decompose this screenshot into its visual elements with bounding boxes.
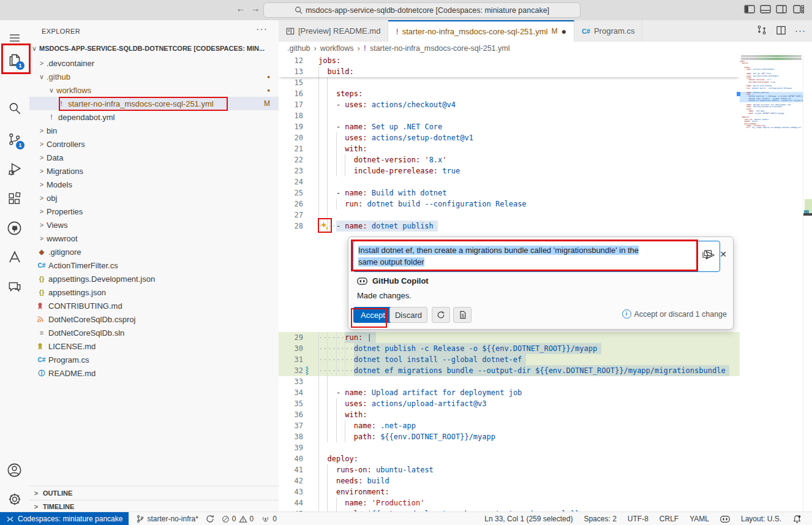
branch-status[interactable]: starter-no-infra* (132, 512, 201, 525)
timeline-section[interactable]: > TIMELINE (29, 500, 279, 512)
accept-button[interactable]: Accept (353, 307, 393, 323)
breadcrumb-item[interactable]: .github (287, 44, 310, 53)
ports-count: 0 (273, 515, 277, 523)
tree-item-Data[interactable]: >Data (29, 151, 279, 164)
code-text: - uses: actions/checkout@v4 (318, 99, 456, 110)
editor-actions: ··· (756, 25, 806, 36)
chevron-right-icon: > (37, 235, 47, 242)
tree-item-.devcontainer[interactable]: >.devcontainer (29, 56, 279, 70)
json-file-icon: {} (37, 289, 47, 296)
discard-button[interactable]: Discard (389, 307, 427, 323)
remote-label: Codespaces: miniature pancake (18, 515, 122, 523)
whitespace-dots: ········ (318, 354, 354, 365)
tree-item-.gitignore[interactable]: ◆.gitignore (29, 245, 279, 259)
copilot-input[interactable]: Install dotnet ef, then create a migrati… (353, 241, 720, 272)
explorer-icon[interactable]: 1 (0, 46, 29, 73)
tree-item-CONTRIBUTING.md[interactable]: CONTRIBUTING.md (29, 299, 279, 312)
split-editor-icon[interactable] (776, 25, 786, 36)
open-in-chat-icon[interactable] (702, 249, 712, 259)
tree-item-appsettings.Development.json[interactable]: {}appsettings.Development.json (29, 272, 279, 285)
copilot-status-icon[interactable] (715, 512, 735, 525)
dirty-dot-icon[interactable]: ● (561, 28, 566, 34)
github-icon[interactable] (0, 214, 29, 241)
tree-item-Views[interactable]: >Views (29, 218, 279, 232)
tree-item-DotNetCoreSqlDb.csproj[interactable]: DotNetCoreSqlDb.csproj (29, 312, 279, 326)
back-icon[interactable]: ← (234, 3, 247, 13)
encoding-status[interactable]: UTF-8 (622, 512, 654, 525)
tree-item-LICENSE.md[interactable]: LICENSE.md (29, 339, 279, 353)
yml-file-icon: ! (47, 113, 56, 121)
breadcrumb-item[interactable]: workflows (320, 44, 354, 53)
feedback-chat-icon[interactable] (0, 273, 29, 300)
run-debug-icon[interactable] (0, 156, 29, 183)
ports-status[interactable]: 0 (257, 512, 280, 525)
tree-item-bin[interactable]: >bin (29, 124, 279, 137)
chevron-down-icon: ∨ (47, 86, 56, 94)
line-number: 40 (279, 453, 303, 464)
code-text: runs-on: ubuntu-latest (318, 464, 434, 475)
tree-root[interactable]: ∨ MSDOCS-APP-SERVICE-SQLDB-DOTNETCORE [C… (32, 42, 276, 55)
customize-layout-icon[interactable] (792, 4, 806, 16)
cursor-position[interactable]: Ln 33, Col 1 (259 selected) (479, 512, 578, 525)
chevron-right-icon: > (37, 154, 47, 161)
overview-ruler[interactable] (803, 55, 812, 512)
sidebar-more-icon[interactable]: ··· (256, 24, 268, 35)
language-status[interactable]: YAML (684, 512, 715, 525)
toggle-panel-icon[interactable] (759, 4, 773, 16)
breadcrumb-separator: › (314, 44, 317, 53)
forward-icon[interactable]: → (249, 3, 262, 13)
rerun-button[interactable] (432, 307, 450, 323)
copilot-sparkle-icon[interactable] (320, 221, 329, 231)
source-control-icon[interactable]: 1 (0, 126, 29, 153)
chevron-right-icon: > (37, 181, 47, 188)
tree-item-DotNetCoreSqlDb.sln[interactable]: ≡DotNetCoreSqlDb.sln (29, 326, 279, 339)
open-changes-icon[interactable] (756, 25, 767, 36)
show-changes-button[interactable] (453, 307, 472, 323)
tree-item-workflows[interactable]: ∨workflows● (29, 83, 279, 97)
search-view-icon[interactable] (0, 95, 29, 122)
tree-item-wwwroot[interactable]: >wwwroot (29, 232, 279, 245)
outline-section[interactable]: > OUTLINE (29, 486, 279, 500)
toggle-secondary-sidebar-icon[interactable] (775, 4, 789, 16)
breadcrumb-file[interactable]: starter-no-infra_msdocs-core-sql-251.yml (370, 44, 510, 53)
remote-indicator[interactable]: Codespaces: miniature pancake (0, 512, 129, 525)
tree-item-appsettings.json[interactable]: {}appsettings.json (29, 285, 279, 299)
tree-item-Controllers[interactable]: >Controllers (29, 137, 279, 151)
eol-status[interactable]: CRLF (654, 512, 684, 525)
tab-readme-preview[interactable]: [Preview] README.md (279, 20, 388, 42)
tree-item-README.md[interactable]: ⓘREADME.md (29, 366, 279, 380)
problems-status[interactable]: 0 0 (218, 512, 257, 525)
code-line-21: 21 with: (279, 143, 740, 154)
account-icon[interactable] (0, 456, 29, 483)
indentation-status[interactable]: Spaces: 2 (578, 512, 622, 525)
extensions-icon[interactable] (0, 185, 29, 212)
toggle-primary-sidebar-icon[interactable] (743, 4, 757, 16)
explorer-badge: 1 (16, 61, 24, 70)
tree-item-Program.cs[interactable]: C#Program.cs (29, 353, 279, 366)
azure-icon[interactable] (0, 244, 29, 271)
code-line-41: 41 runs-on: ubuntu-latest (279, 464, 740, 475)
tree-item-.github[interactable]: ∨.github● (29, 70, 279, 83)
sync-status[interactable] (202, 512, 218, 525)
tree-item-Models[interactable]: >Models (29, 178, 279, 191)
tree-item-Migrations[interactable]: >Migrations (29, 164, 279, 178)
code-line-31: 31········dotnet tool install --global d… (279, 354, 740, 365)
command-center-search[interactable]: msdocs-app-service-sqldb-dotnetcore [Cod… (263, 2, 581, 18)
settings-gear-icon[interactable] (0, 486, 29, 513)
tab-program-cs[interactable]: C# Program.cs (574, 20, 643, 42)
close-icon[interactable]: ✕ (720, 249, 727, 259)
more-actions-icon[interactable]: ··· (795, 25, 806, 36)
tree-item-ActionTimerFilter.cs[interactable]: C#ActionTimerFilter.cs (29, 259, 279, 272)
tree-item-label: workflows (56, 86, 267, 95)
editor[interactable]: 15 16 steps:17 - uses: actions/checkout@… (279, 55, 740, 512)
tree-item-obj[interactable]: >obj (29, 191, 279, 205)
tree-item-Properties[interactable]: >Properties (29, 205, 279, 218)
minimap[interactable]: jobs: build: steps: - uses: actions/chec… (740, 55, 803, 512)
line-number: 29 (279, 332, 303, 343)
tab-workflow-yml[interactable]: ! starter-no-infra_msdocs-core-sql-251.y… (388, 20, 574, 42)
tree-item-dependabot.yml[interactable]: !dependabot.yml (29, 110, 279, 124)
tree-item-starter-no-infra_msdocs-core-sql-251.yml[interactable]: !starter-no-infra_msdocs-core-sql-251.ym… (29, 97, 279, 110)
keyboard-layout-status[interactable]: Layout: U.S. (735, 512, 787, 525)
notifications-bell-icon[interactable] (787, 512, 807, 525)
breadcrumb[interactable]: .github › workflows › ! starter-no-infra… (279, 42, 812, 55)
